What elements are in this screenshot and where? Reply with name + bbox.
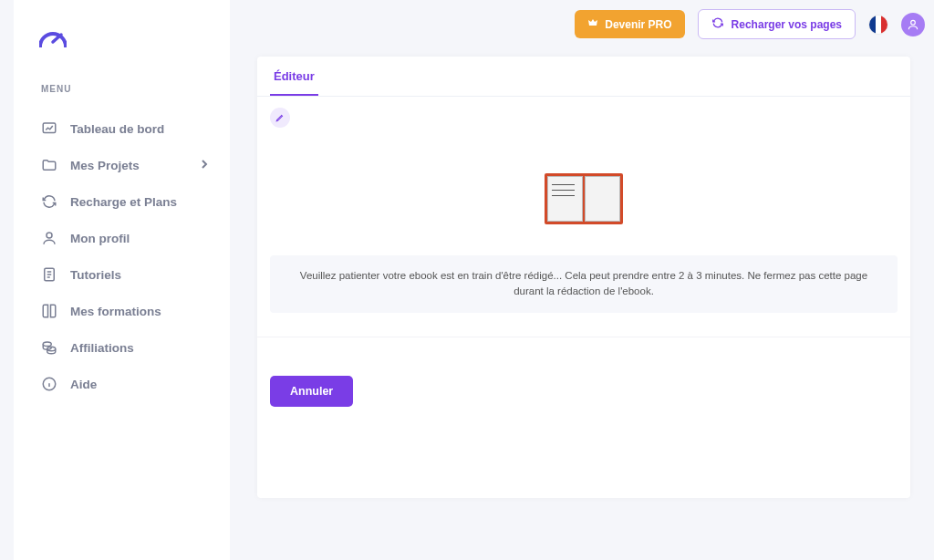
svg-rect-1 xyxy=(43,123,56,133)
tab-bar: Éditeur xyxy=(257,57,910,97)
svg-point-12 xyxy=(911,20,916,25)
chevron-right-icon xyxy=(201,159,208,172)
sidebar-item-label: Mon profil xyxy=(70,232,130,245)
language-selector[interactable] xyxy=(868,15,888,35)
sidebar-item-affiliations[interactable]: Affiliations xyxy=(14,329,230,366)
editor-card: Éditeur Veuillez patienter votre ebook e… xyxy=(257,57,910,498)
app-logo[interactable] xyxy=(39,27,230,47)
sidebar-item-profile[interactable]: Mon profil xyxy=(14,220,230,256)
sidebar-item-tutorials[interactable]: Tutoriels xyxy=(14,256,230,293)
book-icon xyxy=(41,303,57,319)
info-icon xyxy=(41,376,57,392)
edit-tool-button[interactable] xyxy=(270,108,290,128)
ebook-loading-illustration xyxy=(257,133,910,255)
pro-button-label: Devenir PRO xyxy=(605,18,671,31)
crown-icon xyxy=(587,17,598,31)
folder-icon xyxy=(41,157,57,173)
sidebar-item-label: Affiliations xyxy=(70,341,134,355)
svg-point-2 xyxy=(47,233,52,238)
flag-stripe-red xyxy=(881,16,887,34)
svg-point-7 xyxy=(43,342,51,347)
sidebar: MENU Tableau de bord Mes Projets Recharg… xyxy=(14,0,230,560)
book-right-page xyxy=(585,176,620,222)
sidebar-item-projects[interactable]: Mes Projets xyxy=(14,147,230,183)
tab-editor[interactable]: Éditeur xyxy=(270,57,318,96)
sidebar-item-label: Tableau de bord xyxy=(70,122,164,136)
user-avatar[interactable] xyxy=(901,13,925,36)
reload-pages-button[interactable]: Recharger vos pages xyxy=(698,9,856,39)
sidebar-item-label: Aide xyxy=(70,378,97,391)
dashboard-icon xyxy=(41,120,57,137)
pencil-icon xyxy=(275,109,285,126)
sidebar-item-courses[interactable]: Mes formations xyxy=(14,293,230,329)
sidebar-item-dashboard[interactable]: Tableau de bord xyxy=(14,110,230,147)
flag-stripe-blue xyxy=(869,16,876,34)
toolbar xyxy=(257,97,910,133)
reload-button-label: Recharger vos pages xyxy=(732,18,842,31)
flag-stripe-white xyxy=(876,16,882,34)
cancel-button[interactable]: Annuler xyxy=(270,376,353,407)
user-icon xyxy=(41,230,57,246)
refresh-icon xyxy=(41,193,57,210)
coins-icon xyxy=(41,339,57,356)
book-graphic xyxy=(545,173,623,224)
sidebar-item-label: Mes Projets xyxy=(70,159,140,172)
sidebar-item-label: Recharge et Plans xyxy=(70,195,177,209)
sidebar-item-label: Mes formations xyxy=(70,305,161,318)
sidebar-item-help[interactable]: Aide xyxy=(14,366,230,402)
file-icon xyxy=(41,266,57,283)
editor-footer: Annuler xyxy=(257,337,910,498)
top-header: Devenir PRO Recharger vos pages xyxy=(575,9,925,39)
book-left-page xyxy=(547,176,583,222)
become-pro-button[interactable]: Devenir PRO xyxy=(575,10,684,38)
menu-heading: MENU xyxy=(41,84,230,94)
status-message: Veuillez patienter votre ebook est en tr… xyxy=(270,255,898,313)
sidebar-item-plans[interactable]: Recharge et Plans xyxy=(14,183,230,220)
sidebar-item-label: Tutoriels xyxy=(70,268,121,282)
reload-icon xyxy=(711,16,724,32)
